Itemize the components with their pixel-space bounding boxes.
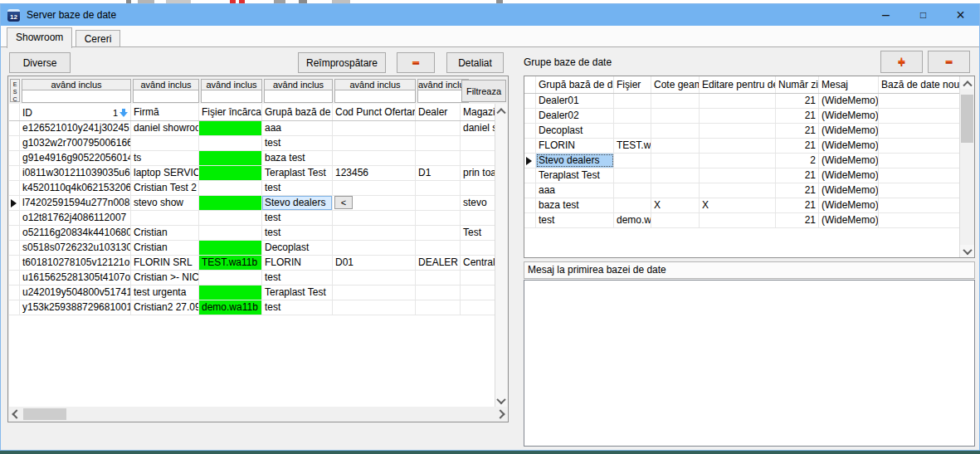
- cell-numar-zile[interactable]: 21: [776, 94, 819, 108]
- cell-fisier[interactable]: [199, 121, 262, 135]
- filter-header-0[interactable]: având inclus: [22, 79, 131, 90]
- table-row[interactable]: FLORINTEST.wa21(WideMemo): [524, 139, 960, 154]
- cell-dealer[interactable]: [416, 136, 461, 150]
- cell-fisier[interactable]: [199, 196, 262, 210]
- cell-firma[interactable]: Cristian2 27.09.: [131, 300, 199, 315]
- scroll-right-icon[interactable]: [493, 408, 507, 421]
- cell-grupa[interactable]: test: [262, 181, 333, 195]
- table-row[interactable]: testdemo.wa21(WideMemo): [524, 213, 960, 228]
- cell-cod[interactable]: 123456: [333, 166, 416, 180]
- cell-cote-geam[interactable]: [651, 168, 700, 183]
- vertical-scrollbar[interactable]: [495, 104, 507, 407]
- cell-firma[interactable]: Cristian: [131, 241, 199, 255]
- cell-dealer[interactable]: [416, 226, 461, 240]
- cell-grupa[interactable]: FLORIN: [536, 139, 614, 153]
- cell-cod[interactable]: D01: [333, 256, 416, 270]
- cell-grupa[interactable]: baza test: [262, 151, 333, 165]
- cell-baza-noua[interactable]: [879, 94, 960, 108]
- cell-grupa[interactable]: Teraplast Test: [262, 286, 333, 300]
- cell-editare[interactable]: [700, 168, 776, 183]
- cell-grupa[interactable]: test: [262, 271, 333, 285]
- cell-fisier[interactable]: [199, 241, 262, 255]
- table-row[interactable]: g91e4916g90522056014tsbaza test: [9, 151, 495, 166]
- cell-mesaj[interactable]: (WideMemo): [819, 168, 879, 183]
- cell-magazin[interactable]: stevo: [461, 196, 495, 210]
- cell-firma[interactable]: test urgenta: [131, 286, 199, 300]
- cell-dealer[interactable]: [416, 286, 461, 300]
- cell-cote-geam[interactable]: [651, 94, 700, 108]
- filtreaza-button[interactable]: Filtreaza: [461, 80, 506, 102]
- cell-baza-noua[interactable]: [879, 124, 960, 138]
- cell-id[interactable]: s0518s0726232u103130: [20, 241, 131, 255]
- cell-cote-geam[interactable]: [651, 183, 700, 198]
- cell-dealer[interactable]: D1: [416, 166, 461, 180]
- cell-grupa[interactable]: Teraplast Test: [262, 166, 333, 180]
- cell-fisier[interactable]: demo.wa11b: [199, 300, 262, 315]
- cell-cote-geam[interactable]: [651, 213, 700, 227]
- cell-id[interactable]: g1032w2r700795006166: [20, 136, 131, 150]
- cell-id[interactable]: e126521010y241j30245: [20, 121, 131, 135]
- add-group-button[interactable]: +: [880, 51, 923, 73]
- cell-fisier[interactable]: demo.wa: [614, 213, 651, 227]
- cell-magazin[interactable]: [461, 136, 495, 150]
- table-row[interactable]: Dealer0121(WideMemo): [524, 94, 960, 109]
- cell-cod[interactable]: [333, 151, 416, 165]
- cell-baza-noua[interactable]: [879, 154, 960, 168]
- cell-firma[interactable]: daniel showroom: [131, 121, 199, 135]
- cell-grupa[interactable]: test: [262, 136, 333, 150]
- column-header-2[interactable]: Fişier încărcat: [199, 104, 262, 120]
- memo-textarea[interactable]: [524, 280, 975, 447]
- table-row[interactable]: o52116g20834k4410680CristiantestTest: [9, 226, 495, 241]
- column-header-3[interactable]: Editare pentru deal: [700, 76, 776, 93]
- cell-fisier[interactable]: [614, 168, 651, 183]
- cell-id[interactable]: i0811w301211039035u6: [20, 166, 131, 180]
- table-row[interactable]: e126521010y241j30245daniel showroomaaada…: [9, 121, 495, 136]
- cell-firma[interactable]: ts: [131, 151, 199, 165]
- filter-input-3[interactable]: [264, 90, 333, 103]
- cell-grupa[interactable]: test: [262, 211, 333, 225]
- close-icon[interactable]: ×: [942, 4, 979, 26]
- scroll-up-icon[interactable]: [495, 104, 507, 116]
- cell-mesaj[interactable]: (WideMemo): [819, 154, 879, 168]
- column-header-1[interactable]: Fişier: [614, 76, 651, 93]
- cell-baza-noua[interactable]: [879, 109, 960, 123]
- cell-cod[interactable]: [333, 271, 416, 285]
- cell-fisier[interactable]: [199, 136, 262, 150]
- column-header-3[interactable]: Grupă bază de date: [262, 104, 333, 120]
- cell-mesaj[interactable]: (WideMemo): [819, 183, 879, 198]
- cell-firma[interactable]: laptop SERVICE: [131, 166, 199, 180]
- cell-cod[interactable]: [333, 241, 416, 255]
- scroll-left-icon[interactable]: [9, 408, 23, 421]
- cell-grupa[interactable]: Decoplast: [262, 241, 333, 255]
- table-row[interactable]: t601810278105v12121oFLORIN SRLTEST.wa11b…: [9, 256, 495, 271]
- cell-fisier[interactable]: [614, 94, 651, 108]
- cell-mesaj[interactable]: (WideMemo): [819, 124, 879, 138]
- filter-input-2[interactable]: [201, 90, 262, 103]
- cell-cod[interactable]: [333, 286, 416, 300]
- cell-id[interactable]: l74202591594u277n008: [20, 196, 131, 210]
- cell-editare[interactable]: [700, 109, 776, 123]
- cell-editare[interactable]: [700, 183, 776, 198]
- cell-mesaj[interactable]: (WideMemo): [819, 139, 879, 153]
- column-header-6[interactable]: Magazin: [461, 104, 495, 120]
- cell-grupa[interactable]: Dealer02: [536, 109, 614, 123]
- cell-grupa[interactable]: Stevo dealers: [536, 154, 614, 168]
- cell-fisier[interactable]: [614, 198, 651, 212]
- cell-fisier[interactable]: [199, 271, 262, 285]
- cell-numar-zile[interactable]: 21: [776, 198, 819, 212]
- cell-grupa[interactable]: Stevo dealers<: [262, 196, 333, 210]
- filter-input-1[interactable]: [133, 90, 199, 103]
- maximize-icon[interactable]: □: [904, 4, 942, 26]
- scroll-up-icon[interactable]: [960, 76, 974, 89]
- cell-id[interactable]: t601810278105v12121o: [20, 256, 131, 270]
- cell-firma[interactable]: Cristian: [131, 226, 199, 240]
- filter-input-0[interactable]: [22, 90, 131, 103]
- cell-magazin[interactable]: [461, 211, 495, 225]
- cell-cote-geam[interactable]: [651, 139, 700, 153]
- column-header-0[interactable]: Grupă bază de date: [536, 76, 614, 93]
- cell-fisier[interactable]: [614, 183, 651, 198]
- cell-fisier[interactable]: TEST.wa11b: [199, 256, 262, 270]
- cell-numar-zile[interactable]: 21: [776, 109, 819, 123]
- filter-header-3[interactable]: având inclus: [264, 79, 333, 90]
- remove-group-button[interactable]: −: [928, 51, 970, 73]
